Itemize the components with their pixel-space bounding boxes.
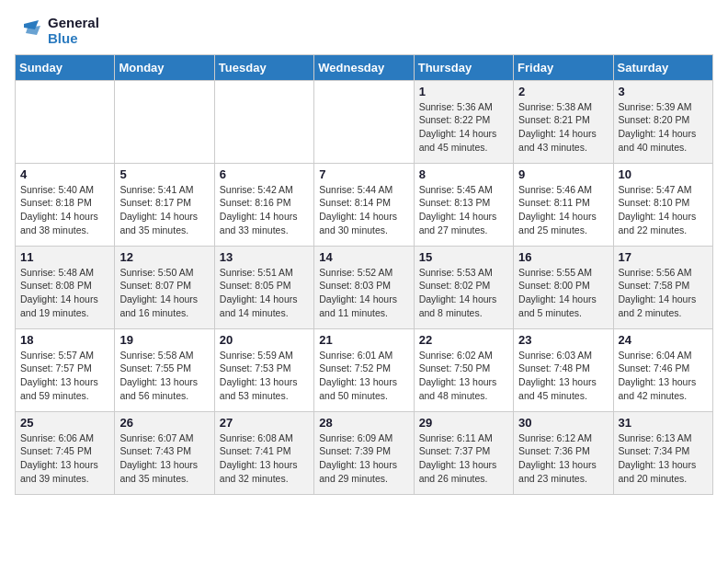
day-info: Sunrise: 6:13 AM Sunset: 7:34 PM Dayligh…: [619, 431, 708, 486]
calendar-cell: 21Sunrise: 6:01 AM Sunset: 7:52 PM Dayli…: [314, 328, 414, 411]
day-info: Sunrise: 5:56 AM Sunset: 7:58 PM Dayligh…: [619, 266, 708, 320]
day-info: Sunrise: 6:02 AM Sunset: 7:50 PM Dayligh…: [419, 349, 508, 403]
day-number: 4: [20, 167, 109, 181]
day-number: 27: [220, 416, 309, 430]
day-number: 19: [119, 333, 209, 347]
calendar-cell: 19Sunrise: 5:58 AM Sunset: 7:55 PM Dayli…: [115, 328, 214, 411]
calendar-cell: 15Sunrise: 5:53 AM Sunset: 8:02 PM Dayli…: [414, 246, 513, 328]
calendar-cell: [314, 80, 414, 163]
calendar-cell: 18Sunrise: 5:57 AM Sunset: 7:57 PM Dayli…: [16, 328, 115, 411]
calendar-cell: 16Sunrise: 5:55 AM Sunset: 8:00 PM Dayli…: [514, 246, 613, 328]
day-number: 13: [220, 250, 309, 264]
weekday-header-wednesday: Wednesday: [314, 54, 414, 80]
day-info: Sunrise: 5:46 AM Sunset: 8:11 PM Dayligh…: [518, 183, 608, 237]
weekday-header-thursday: Thursday: [414, 54, 513, 80]
calendar-week-5: 25Sunrise: 6:06 AM Sunset: 7:45 PM Dayli…: [16, 411, 713, 494]
day-number: 5: [119, 167, 209, 181]
day-info: Sunrise: 5:50 AM Sunset: 8:07 PM Dayligh…: [119, 266, 209, 320]
weekday-header-saturday: Saturday: [613, 54, 712, 80]
day-info: Sunrise: 6:11 AM Sunset: 7:37 PM Dayligh…: [419, 431, 508, 486]
day-info: Sunrise: 6:08 AM Sunset: 7:41 PM Dayligh…: [220, 431, 309, 486]
calendar-cell: 13Sunrise: 5:51 AM Sunset: 8:05 PM Dayli…: [214, 246, 313, 328]
day-number: 15: [419, 250, 508, 264]
day-info: Sunrise: 6:01 AM Sunset: 7:52 PM Dayligh…: [319, 349, 408, 403]
weekday-header-friday: Friday: [514, 54, 613, 80]
day-info: Sunrise: 6:04 AM Sunset: 7:46 PM Dayligh…: [619, 349, 708, 403]
calendar-cell: [115, 80, 214, 163]
day-number: 8: [419, 167, 508, 181]
calendar-cell: 9Sunrise: 5:46 AM Sunset: 8:11 PM Daylig…: [514, 163, 613, 246]
page-header: General Blue: [15, 15, 713, 47]
logo-container: General Blue: [15, 15, 99, 47]
day-number: 22: [419, 333, 508, 347]
calendar-cell: 12Sunrise: 5:50 AM Sunset: 8:07 PM Dayli…: [115, 246, 214, 328]
calendar-cell: 14Sunrise: 5:52 AM Sunset: 8:03 PM Dayli…: [314, 246, 414, 328]
calendar-cell: 5Sunrise: 5:41 AM Sunset: 8:17 PM Daylig…: [115, 163, 214, 246]
day-info: Sunrise: 5:36 AM Sunset: 8:22 PM Dayligh…: [419, 100, 508, 155]
day-number: 1: [419, 85, 508, 98]
day-number: 6: [220, 167, 309, 181]
day-number: 24: [619, 333, 708, 347]
calendar-week-4: 18Sunrise: 5:57 AM Sunset: 7:57 PM Dayli…: [16, 328, 713, 411]
weekday-header-sunday: Sunday: [16, 54, 115, 80]
day-info: Sunrise: 6:06 AM Sunset: 7:45 PM Dayligh…: [20, 431, 109, 486]
day-info: Sunrise: 5:53 AM Sunset: 8:02 PM Dayligh…: [419, 266, 508, 320]
calendar-cell: 27Sunrise: 6:08 AM Sunset: 7:41 PM Dayli…: [214, 411, 313, 494]
weekday-header-tuesday: Tuesday: [214, 54, 313, 80]
day-info: Sunrise: 5:48 AM Sunset: 8:08 PM Dayligh…: [20, 266, 109, 320]
day-info: Sunrise: 6:03 AM Sunset: 7:48 PM Dayligh…: [518, 349, 608, 403]
day-number: 2: [518, 85, 608, 98]
calendar-cell: 7Sunrise: 5:44 AM Sunset: 8:14 PM Daylig…: [314, 163, 414, 246]
calendar-cell: 17Sunrise: 5:56 AM Sunset: 7:58 PM Dayli…: [613, 246, 712, 328]
calendar-cell: 28Sunrise: 6:09 AM Sunset: 7:39 PM Dayli…: [314, 411, 414, 494]
day-number: 31: [619, 416, 708, 430]
day-number: 3: [619, 85, 708, 98]
day-info: Sunrise: 5:39 AM Sunset: 8:20 PM Dayligh…: [619, 100, 708, 155]
day-info: Sunrise: 6:12 AM Sunset: 7:36 PM Dayligh…: [518, 431, 608, 486]
day-info: Sunrise: 5:47 AM Sunset: 8:10 PM Dayligh…: [619, 183, 708, 237]
calendar-cell: 10Sunrise: 5:47 AM Sunset: 8:10 PM Dayli…: [613, 163, 712, 246]
day-info: Sunrise: 5:59 AM Sunset: 7:53 PM Dayligh…: [220, 349, 309, 403]
calendar-cell: 26Sunrise: 6:07 AM Sunset: 7:43 PM Dayli…: [115, 411, 214, 494]
day-number: 10: [619, 167, 708, 181]
calendar-cell: 2Sunrise: 5:38 AM Sunset: 8:21 PM Daylig…: [514, 80, 613, 163]
day-number: 17: [619, 250, 708, 264]
calendar-cell: 3Sunrise: 5:39 AM Sunset: 8:20 PM Daylig…: [613, 80, 712, 163]
logo: General Blue: [15, 15, 99, 47]
calendar-cell: 4Sunrise: 5:40 AM Sunset: 8:18 PM Daylig…: [16, 163, 115, 246]
day-info: Sunrise: 5:52 AM Sunset: 8:03 PM Dayligh…: [319, 266, 408, 320]
day-number: 23: [518, 333, 608, 347]
calendar-cell: 22Sunrise: 6:02 AM Sunset: 7:50 PM Dayli…: [414, 328, 513, 411]
calendar-cell: 8Sunrise: 5:45 AM Sunset: 8:13 PM Daylig…: [414, 163, 513, 246]
calendar-cell: 25Sunrise: 6:06 AM Sunset: 7:45 PM Dayli…: [16, 411, 115, 494]
day-number: 29: [419, 416, 508, 430]
calendar-cell: 24Sunrise: 6:04 AM Sunset: 7:46 PM Dayli…: [613, 328, 712, 411]
logo-general: General: [48, 15, 99, 30]
calendar-cell: 23Sunrise: 6:03 AM Sunset: 7:48 PM Dayli…: [514, 328, 613, 411]
day-number: 21: [319, 333, 408, 347]
calendar-cell: 29Sunrise: 6:11 AM Sunset: 7:37 PM Dayli…: [414, 411, 513, 494]
calendar-cell: 6Sunrise: 5:42 AM Sunset: 8:16 PM Daylig…: [214, 163, 313, 246]
day-number: 26: [119, 416, 209, 430]
logo-blue: Blue: [48, 30, 99, 46]
day-number: 14: [319, 250, 408, 264]
day-info: Sunrise: 5:44 AM Sunset: 8:14 PM Dayligh…: [319, 183, 408, 237]
calendar-week-2: 4Sunrise: 5:40 AM Sunset: 8:18 PM Daylig…: [16, 163, 713, 246]
calendar-cell: 31Sunrise: 6:13 AM Sunset: 7:34 PM Dayli…: [613, 411, 712, 494]
calendar-table: SundayMondayTuesdayWednesdayThursdayFrid…: [15, 54, 713, 495]
day-number: 11: [20, 250, 109, 264]
day-number: 16: [518, 250, 608, 264]
weekday-header-row: SundayMondayTuesdayWednesdayThursdayFrid…: [16, 54, 713, 80]
calendar-week-3: 11Sunrise: 5:48 AM Sunset: 8:08 PM Dayli…: [16, 246, 713, 328]
day-info: Sunrise: 5:40 AM Sunset: 8:18 PM Dayligh…: [20, 183, 109, 237]
day-number: 28: [319, 416, 408, 430]
calendar-cell: 1Sunrise: 5:36 AM Sunset: 8:22 PM Daylig…: [414, 80, 513, 163]
day-number: 20: [220, 333, 309, 347]
logo-bird-icon: [15, 17, 42, 44]
day-number: 30: [518, 416, 608, 430]
calendar-cell: [214, 80, 313, 163]
day-number: 18: [20, 333, 109, 347]
day-info: Sunrise: 5:58 AM Sunset: 7:55 PM Dayligh…: [119, 349, 209, 403]
day-number: 9: [518, 167, 608, 181]
calendar-cell: [16, 80, 115, 163]
